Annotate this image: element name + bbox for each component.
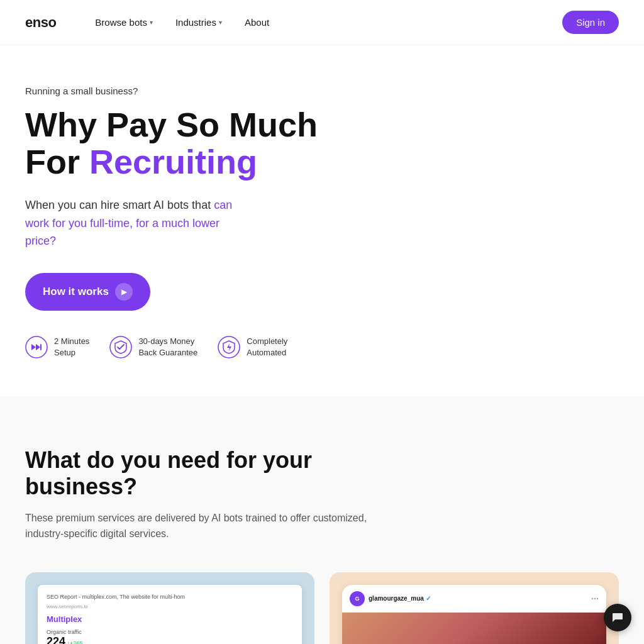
seo-metric: Organic traffic 224 ↑+265 IRC +8 xyxy=(47,629,293,644)
nav-links: Browse bots ▾ Industries ▾ About xyxy=(86,12,562,33)
seo-report-title: SEO Report - multiplex.com, The website … xyxy=(47,594,293,600)
seo-mock-report: SEO Report - multiplex.com, The website … xyxy=(38,585,302,644)
nav-about[interactable]: About xyxy=(236,12,278,33)
badge-setup: 2 MinutesSetup xyxy=(25,336,89,358)
seo-card[interactable]: SEO Report - multiplex.com, The website … xyxy=(25,572,314,644)
svg-rect-1 xyxy=(40,344,42,350)
hero-section: Running a small business? Why Pay So Muc… xyxy=(0,45,644,397)
chat-icon xyxy=(611,611,625,625)
services-subtitle: These premium services are delivered by … xyxy=(25,510,377,542)
shield-bolt-icon xyxy=(218,336,240,358)
hero-eyebrow: Running a small business? xyxy=(25,86,619,96)
fast-forward-icon xyxy=(25,336,48,358)
signin-button[interactable]: Sign in xyxy=(562,11,619,34)
how-it-works-button[interactable]: How it works ▶ xyxy=(25,273,150,311)
badge-guarantee: 30-days MoneyBack Guarantee xyxy=(109,336,197,358)
social-card-inner: G glamourgaze_mua ✓ ··· xyxy=(330,572,619,644)
chevron-down-icon: ▾ xyxy=(219,19,222,26)
verified-icon: ✓ xyxy=(426,595,431,602)
hero-title: Why Pay So Much For Recruiting xyxy=(25,106,619,181)
hero-badges: 2 MinutesSetup 30-days MoneyBack Guarant… xyxy=(25,336,619,358)
badge-automated: CompletelyAutomated xyxy=(218,336,287,358)
logo[interactable]: enso xyxy=(25,14,56,31)
nav-industries[interactable]: Industries ▾ xyxy=(167,12,231,33)
nav-browse-bots[interactable]: Browse bots ▾ xyxy=(86,12,162,33)
services-section: What do you need for your business? Thes… xyxy=(0,397,644,644)
seo-card-inner: SEO Report - multiplex.com, The website … xyxy=(25,572,314,644)
more-icon[interactable]: ··· xyxy=(591,594,599,604)
social-card[interactable]: G glamourgaze_mua ✓ ··· xyxy=(330,572,619,644)
avatar: G xyxy=(350,591,365,606)
services-title: What do you need for your business? xyxy=(25,447,402,500)
hero-subtitle: When you can hire smart AI bots that can… xyxy=(25,196,252,250)
social-image xyxy=(342,613,606,644)
service-cards: SEO Report - multiplex.com, The website … xyxy=(25,572,619,644)
chat-bubble[interactable] xyxy=(604,604,631,631)
play-icon: ▶ xyxy=(115,283,133,301)
chevron-down-icon: ▾ xyxy=(150,19,153,26)
shield-check-icon xyxy=(109,336,132,358)
social-header: G glamourgaze_mua ✓ ··· xyxy=(342,585,606,613)
social-mock-post: G glamourgaze_mua ✓ ··· xyxy=(342,585,606,644)
seo-url: www.seoreports.to xyxy=(47,604,293,609)
navbar: enso Browse bots ▾ Industries ▾ About Si… xyxy=(0,0,644,45)
seo-brand: Multiplex xyxy=(47,614,293,624)
